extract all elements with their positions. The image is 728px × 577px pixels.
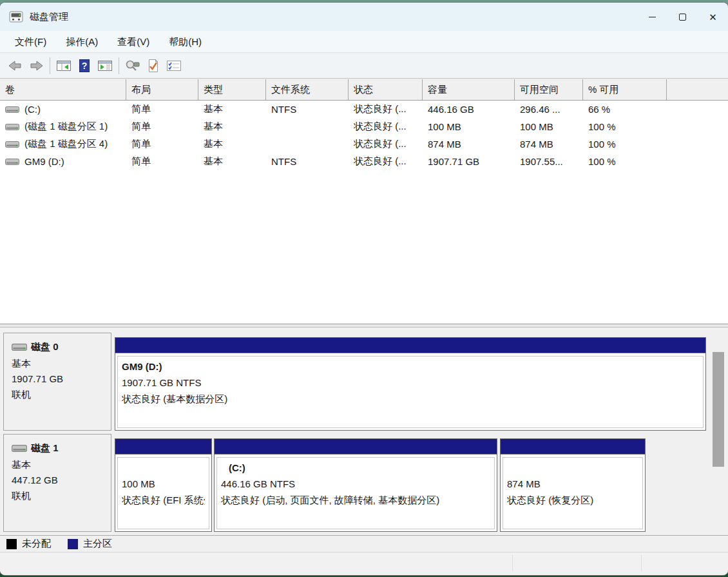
minimize-button[interactable] xyxy=(637,3,667,31)
partition-color-bar xyxy=(215,439,497,455)
forward-button[interactable] xyxy=(26,56,46,75)
disk-1-info-panel[interactable]: 磁盘 1 基本 447.12 GB 联机 xyxy=(3,434,111,532)
cell-type: 基本 xyxy=(198,138,266,150)
cell-free-space: 1907.55... xyxy=(515,156,583,167)
check-document-button[interactable] xyxy=(143,56,164,75)
cell-status: 状态良好 (... xyxy=(349,121,423,133)
disk-type: 基本 xyxy=(12,457,111,473)
cell-capacity: 100 MB xyxy=(423,121,515,132)
volume-row-gm9-d[interactable]: GM9 (D:) 简单 基本 NTFS 状态良好 (... 1907.71 GB… xyxy=(0,153,728,170)
cell-free-space: 100 MB xyxy=(515,121,583,132)
close-icon: ✕ xyxy=(709,12,717,22)
volume-name: (磁盘 1 磁盘分区 4) xyxy=(24,138,108,150)
column-header-layout[interactable]: 布局 xyxy=(126,79,198,100)
partition-status: 状态良好 (恢复分区) xyxy=(507,492,638,508)
disk-type: 基本 xyxy=(12,356,111,371)
volume-row-disk1-part1[interactable]: (磁盘 1 磁盘分区 1) 简单 基本 状态良好 (... 100 MB 100… xyxy=(0,118,728,135)
disk-name: 磁盘 1 xyxy=(31,442,59,455)
cell-type: 基本 xyxy=(198,155,266,168)
disk-name: 磁盘 0 xyxy=(31,341,59,353)
partition-status: 状态良好 (基本数据分区) xyxy=(122,391,699,407)
cell-status: 状态良好 (... xyxy=(349,155,423,168)
column-header-pct-free[interactable]: % 可用 xyxy=(583,79,667,100)
console-tree-button[interactable] xyxy=(53,56,74,75)
cell-type: 基本 xyxy=(198,103,266,115)
menu-item-action[interactable]: 操作(A) xyxy=(56,31,108,52)
cell-layout: 简单 xyxy=(126,103,198,115)
action-pane-button[interactable] xyxy=(95,56,115,75)
cell-pct-free: 100 % xyxy=(583,156,667,167)
cell-status: 状态良好 (... xyxy=(349,103,423,115)
svg-text:?: ? xyxy=(82,61,88,71)
disk-0-row: 磁盘 0 基本 1907.71 GB 联机 GM9 (D:) 1907.71 G… xyxy=(0,333,728,431)
partition-gm9-d[interactable]: GM9 (D:) 1907.71 GB NTFS 状态良好 (基本数据分区) xyxy=(115,337,706,431)
close-button[interactable]: ✕ xyxy=(698,3,728,31)
partition-c[interactable]: (C:) 446.16 GB NTFS 状态良好 (启动, 页面文件, 故障转储… xyxy=(214,438,497,532)
volume-icon xyxy=(5,141,19,148)
partition-status: 状态良好 (启动, 页面文件, 故障转储, 基本数据分区) xyxy=(221,492,490,508)
cell-pct-free: 100 % xyxy=(583,121,667,132)
maximize-icon xyxy=(679,14,686,21)
forward-icon xyxy=(28,59,44,72)
back-button[interactable] xyxy=(5,56,26,75)
app-icon xyxy=(9,11,23,23)
column-header-filesystem[interactable]: 文件系统 xyxy=(266,79,349,100)
menu-item-view[interactable]: 查看(V) xyxy=(108,31,159,52)
cell-pct-free: 100 % xyxy=(583,139,667,150)
disk-size: 1907.71 GB xyxy=(12,371,111,387)
cell-layout: 简单 xyxy=(126,121,198,133)
partition-color-bar xyxy=(115,439,211,455)
task-list-button[interactable] xyxy=(164,56,184,75)
toolbar-separator xyxy=(50,57,50,74)
column-header-volume[interactable]: 卷 xyxy=(0,79,126,100)
volume-icon xyxy=(5,106,19,113)
partition-efi-system[interactable]: 100 MB 状态良好 (EFI 系统分区) xyxy=(115,438,212,532)
cell-layout: 简单 xyxy=(126,155,198,168)
column-header-status[interactable]: 状态 xyxy=(349,79,423,100)
volume-icon xyxy=(5,158,19,166)
disk-icon xyxy=(12,444,27,453)
cell-filesystem: NTFS xyxy=(266,104,349,115)
cell-status: 状态良好 (... xyxy=(349,138,423,150)
cell-layout: 简单 xyxy=(126,138,198,150)
disk-0-info-panel[interactable]: 磁盘 0 基本 1907.71 GB 联机 xyxy=(3,333,111,431)
cell-filesystem: NTFS xyxy=(266,156,349,167)
help-button[interactable]: ? xyxy=(74,56,95,75)
toolbar: ? xyxy=(0,54,728,79)
back-icon xyxy=(8,59,23,72)
volume-icon xyxy=(5,123,19,131)
task-list-icon xyxy=(166,59,182,72)
menu-item-help[interactable]: 帮助(H) xyxy=(159,31,211,52)
column-header-capacity[interactable]: 容量 xyxy=(423,79,515,100)
status-bar-separator xyxy=(641,555,642,571)
column-header-type[interactable]: 类型 xyxy=(198,79,266,100)
partition-recovery[interactable]: 874 MB 状态良好 (恢复分区) xyxy=(500,438,646,532)
volume-row-c[interactable]: (C:) 简单 基本 NTFS 状态良好 (... 446.16 GB 296.… xyxy=(0,101,728,118)
console-tree-icon xyxy=(56,59,72,72)
column-header-free-space[interactable]: 可用空间 xyxy=(515,79,583,100)
volume-name: (C:) xyxy=(24,104,41,115)
disk-management-window: 磁盘管理 ✕ 文件(F) 操作(A) 查看(V) 帮助(H) xyxy=(0,3,728,575)
cell-capacity: 446.16 GB xyxy=(423,104,515,115)
partition-color-bar xyxy=(501,439,645,455)
toolbar-separator xyxy=(119,57,119,74)
partition-color-bar xyxy=(115,338,705,353)
legend-unallocated-label: 未分配 xyxy=(22,538,51,550)
volume-name: (磁盘 1 磁盘分区 1) xyxy=(24,121,108,133)
disk-1-row: 磁盘 1 基本 447.12 GB 联机 100 MB 状态良好 (EFI 系统… xyxy=(0,434,728,532)
volume-name: GM9 (D:) xyxy=(24,156,64,167)
vertical-scrollbar[interactable] xyxy=(711,328,725,535)
scrollbar-thumb[interactable] xyxy=(713,352,724,467)
title-bar: 磁盘管理 ✕ xyxy=(0,3,728,31)
column-header-empty xyxy=(667,79,728,100)
cell-free-space: 296.46 ... xyxy=(515,104,583,115)
maximize-button[interactable] xyxy=(667,3,698,31)
cell-capacity: 1907.71 GB xyxy=(423,156,515,167)
menu-item-file[interactable]: 文件(F) xyxy=(5,31,56,52)
window-title: 磁盘管理 xyxy=(30,11,68,23)
disk-size: 447.12 GB xyxy=(12,473,111,488)
status-bar-separator xyxy=(512,555,513,571)
rescan-button[interactable] xyxy=(122,56,143,75)
volume-row-disk1-part4[interactable]: (磁盘 1 磁盘分区 4) 简单 基本 状态良好 (... 874 MB 874… xyxy=(0,135,728,153)
partition-size-fs: 446.16 GB NTFS xyxy=(221,476,490,492)
